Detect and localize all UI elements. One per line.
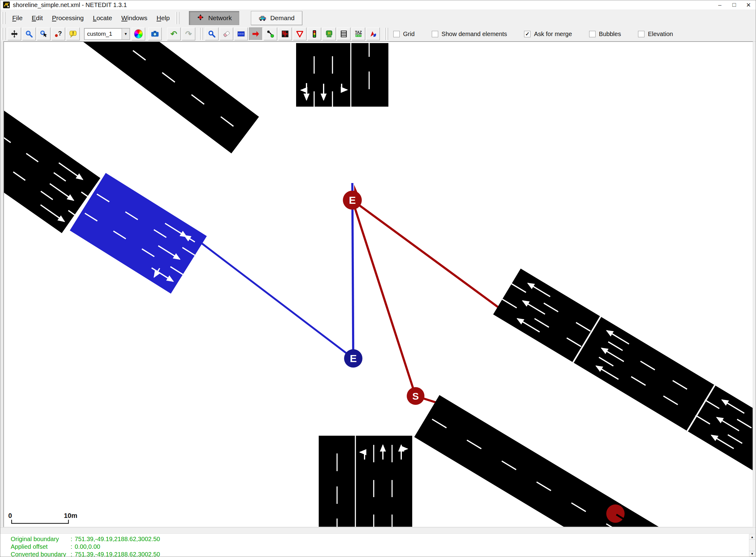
scale-bar: 0 10m (8, 512, 77, 523)
maximize-button[interactable]: □ (727, 0, 742, 9)
additional-mode-button[interactable]: H (322, 28, 336, 40)
edge-line-blue[interactable] (202, 243, 353, 358)
status-value: 0.00,0.00 (75, 543, 100, 550)
svg-text:0: 0 (8, 512, 12, 520)
message-window-button[interactable]: ! (66, 28, 80, 40)
status-scrollbar[interactable]: ▲ ▼ (749, 534, 755, 556)
edge-line-red-down[interactable] (352, 200, 415, 396)
taz-icon: TAZ (354, 30, 362, 38)
move-arrows-icon (10, 30, 18, 38)
ask-for-merge-checkbox-box (524, 31, 530, 37)
dropdown-arrow-icon[interactable]: ▼ (122, 28, 129, 39)
road-top-left[interactable] (56, 42, 259, 153)
tab-network-label: Network (208, 14, 232, 22)
supermode-tabbar: Network Demand (189, 11, 302, 25)
tab-network[interactable]: Network (189, 11, 239, 25)
road-bottom-right[interactable] (414, 395, 691, 527)
prohibition-mode-button[interactable] (279, 28, 292, 40)
inspect-mode-button[interactable] (205, 28, 219, 40)
bus-stop-icon: H (325, 30, 333, 38)
junction-node-e-red[interactable]: E (343, 190, 362, 210)
menu-processing[interactable]: Processing (47, 9, 88, 27)
create-edge-mode-button[interactable] (249, 28, 262, 40)
redo-icon: ↷ (185, 30, 192, 38)
polygon-shape-icon (369, 30, 377, 38)
elevation-checkbox-box (638, 31, 644, 37)
menu-windows[interactable]: Windows (117, 9, 152, 27)
inspect-magnifier-icon (208, 30, 216, 38)
crossing-mode-button[interactable] (337, 28, 350, 40)
window-controls: – □ ✕ (713, 0, 756, 9)
left-frame-strip (0, 41, 3, 557)
connection-mode-button[interactable] (264, 28, 277, 40)
road-top-center[interactable] (296, 43, 388, 107)
view-preset-dropdown[interactable]: custom_1 ▼ (84, 28, 130, 40)
show-demand-elements-checkbox[interactable]: Show demand elements (432, 31, 507, 37)
menu-file[interactable]: File (8, 9, 27, 27)
junction-red-circle[interactable] (606, 504, 624, 523)
undo-button[interactable]: ↶ (167, 28, 181, 40)
yield-triangle-icon (296, 30, 304, 38)
minimize-button[interactable]: – (713, 0, 727, 9)
svg-text:S: S (412, 391, 419, 402)
road-bottom-center[interactable] (319, 436, 412, 527)
svg-text:E: E (350, 353, 357, 364)
camera-icon (151, 30, 159, 38)
help-pointer-button[interactable]: ? (52, 28, 65, 40)
elevation-checkbox[interactable]: Elevation (638, 31, 673, 37)
tabbar-grip (175, 12, 180, 24)
taz-mode-button[interactable]: TAZ (352, 28, 365, 40)
junction-node-e-blue[interactable]: E (344, 349, 362, 368)
close-button[interactable]: ✕ (742, 0, 756, 9)
menu-help[interactable]: Help (152, 9, 174, 27)
junction-node-s-red[interactable]: S (407, 387, 425, 405)
show-demand-checkbox-label: Show demand elements (441, 31, 507, 37)
network-view: E E S 0 10m (4, 42, 753, 527)
bubbles-checkbox[interactable]: Bubbles (589, 31, 621, 37)
scroll-up-button[interactable]: ▲ (749, 534, 755, 539)
prohibition-icon (281, 30, 289, 38)
magnifier-cursor-icon (40, 30, 48, 38)
ask-for-merge-checkbox[interactable]: Ask for merge (524, 31, 572, 37)
demand-icon (259, 14, 266, 22)
status-value: 751.39,-49.19,2188.62,3002.50 (75, 536, 160, 543)
status-line-applied-offset: Applied offset:0.00,0.00 (11, 543, 756, 551)
network-icon (197, 14, 204, 22)
color-scheme-button[interactable] (132, 28, 145, 40)
recenter-button[interactable] (8, 28, 21, 40)
grid-checkbox-label: Grid (403, 31, 415, 37)
question-icon: ? (54, 30, 62, 38)
status-line-original-boundary: Original boundary:751.39,-49.19,2188.62,… (11, 535, 756, 543)
tab-demand[interactable]: Demand (251, 11, 302, 25)
traffic-light-icon (311, 30, 318, 38)
traffic-light-mode-button[interactable] (308, 28, 321, 40)
network-canvas[interactable]: E E S 0 10m (3, 41, 753, 527)
view-preset-value: custom_1 (84, 28, 122, 39)
app-icon (3, 2, 10, 8)
locate-button[interactable] (37, 28, 51, 40)
create-edge-arrow-icon (252, 30, 260, 38)
crossing-stripes-icon (340, 30, 348, 38)
menu-locate[interactable]: Locate (88, 9, 117, 27)
lane-select-icon (237, 30, 245, 38)
delete-mode-button[interactable] (220, 28, 233, 40)
menubar-grip (2, 12, 6, 24)
grid-checkbox[interactable]: Grid (393, 31, 415, 37)
speech-bubble-icon: ! (69, 30, 77, 38)
status-label: Converted boundary (11, 551, 70, 557)
toolbar: ? ! custom_1 ▼ ↶ ↷ (0, 27, 756, 41)
svg-text:!: ! (72, 31, 74, 35)
redo-button[interactable]: ↷ (182, 28, 195, 40)
edge-line-red-right[interactable] (352, 200, 498, 307)
zoom-button[interactable] (22, 28, 36, 40)
screenshot-button[interactable] (148, 28, 162, 40)
toolbar-grip-3 (384, 28, 389, 40)
road-right[interactable] (493, 269, 753, 473)
shape-mode-button[interactable] (367, 28, 380, 40)
window-title: shoreline_simple.net.xml - NETEDIT 1.3.1 (13, 2, 127, 8)
bubbles-checkbox-label: Bubbles (599, 31, 621, 37)
scroll-down-button[interactable]: ▼ (749, 551, 755, 556)
select-mode-button[interactable] (234, 28, 248, 40)
menu-edit[interactable]: Edit (27, 9, 47, 27)
yield-mode-button[interactable] (293, 28, 307, 40)
